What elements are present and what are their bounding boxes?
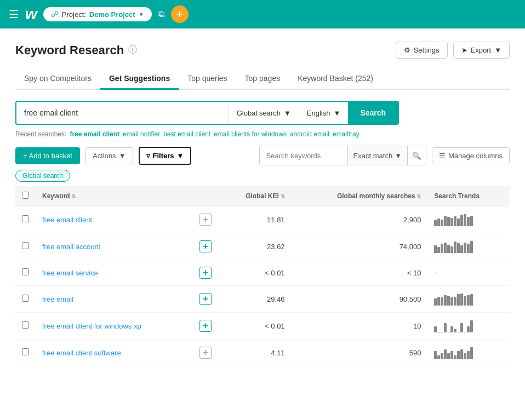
project-button[interactable]: ☍ Project: Demo Project ▼ [43, 7, 152, 21]
export-button[interactable]: ➤ Export ▼ [453, 42, 510, 59]
trend-bar [467, 244, 470, 253]
trend-bar [434, 298, 437, 306]
add-keyword-button-1[interactable]: + [199, 240, 212, 252]
add-to-basket-button[interactable]: + Add to basket [15, 147, 80, 164]
search-input[interactable] [16, 103, 229, 123]
recent-search-2[interactable]: best email client [163, 130, 210, 138]
kei-column-header[interactable]: Global KEI [218, 186, 292, 206]
recent-search-1[interactable]: email notifier [123, 130, 160, 138]
monthly-searches-cell: 2,900 [292, 206, 428, 233]
monthly-column-header[interactable]: Global monthly searches [292, 186, 428, 206]
actions-button[interactable]: Actions ▼ [85, 147, 133, 164]
row-checkbox-cell [15, 313, 36, 340]
trends-cell [427, 206, 510, 233]
trend-bar [460, 294, 463, 306]
trends-cell [427, 313, 510, 340]
row-checkbox-3[interactable] [22, 295, 29, 302]
tab-spy[interactable]: Spy on Competitors [15, 68, 100, 90]
row-checkbox-5[interactable] [22, 348, 29, 355]
row-checkbox-0[interactable] [22, 215, 29, 222]
export-chevron-icon: ▼ [494, 46, 501, 54]
filters-button[interactable]: ▿ Filters ▼ [139, 147, 192, 165]
row-checkbox-1[interactable] [22, 242, 29, 249]
trend-bar [457, 294, 460, 306]
keyword-cell[interactable]: free email [36, 286, 193, 313]
keyword-cell[interactable]: free email service [36, 260, 193, 286]
global-search-tag[interactable]: Global search [15, 170, 70, 182]
trend-bar [437, 355, 440, 359]
search-source-dropdown[interactable]: Global search ▼ [229, 102, 299, 124]
trend-bar [464, 332, 466, 332]
search-language-dropdown[interactable]: English ▼ [299, 102, 349, 124]
tab-suggestions[interactable]: Get Suggestions [100, 68, 179, 90]
topnav: ☰ w ☍ Project: Demo Project ▼ ⧉ + [0, 0, 525, 28]
add-keyword-button-3[interactable]: + [199, 293, 212, 305]
columns-icon: ☰ [439, 152, 446, 160]
tab-basket[interactable]: Keyword Basket (252) [289, 68, 382, 90]
keyword-cell[interactable]: free email account [36, 233, 193, 260]
keyword-search-icon-button[interactable]: 🔍 [407, 146, 426, 165]
keyword-column-header[interactable]: Keyword [36, 186, 193, 206]
keyword-search-input[interactable] [260, 148, 347, 164]
trend-bar [457, 332, 460, 332]
tab-queries[interactable]: Top queries [179, 68, 236, 90]
add-cell: + [193, 260, 218, 286]
table-row: free email service+< 0.01< 10- [15, 260, 510, 286]
trend-bar [460, 215, 463, 226]
row-checkbox-4[interactable] [22, 321, 29, 329]
filter-icon: ▿ [146, 152, 150, 160]
monthly-searches-cell: 90,500 [292, 286, 428, 313]
trend-bar [460, 323, 463, 332]
row-checkbox-cell [15, 340, 36, 366]
keyword-cell[interactable]: free email client for windows xp [36, 313, 193, 340]
trend-bar [457, 243, 460, 253]
recent-search-4[interactable]: android email [290, 130, 329, 138]
recent-search-3[interactable]: email clients for windows [214, 130, 287, 138]
keyword-cell[interactable]: free email client software [36, 340, 193, 366]
trend-bar [450, 351, 453, 359]
add-cell: + [193, 313, 218, 340]
trends-cell [427, 286, 510, 313]
trend-bar [441, 220, 443, 226]
keyword-cell[interactable]: free email client [36, 206, 193, 233]
trend-bar [467, 217, 470, 226]
match-chevron-icon: ▼ [395, 152, 402, 160]
add-keyword-button-5[interactable]: + [199, 347, 212, 359]
add-keyword-button-4[interactable]: + [199, 320, 212, 332]
row-checkbox-cell [15, 206, 36, 233]
trend-bar [441, 332, 443, 332]
recent-search-0[interactable]: free email client [70, 130, 119, 138]
trend-bar [450, 297, 453, 306]
project-label: Project: [62, 10, 86, 19]
toolbar: + Add to basket Actions ▼ ▿ Filters ▼ Ex… [15, 146, 510, 165]
settings-icon: ⚙ [404, 46, 410, 54]
trends-cell [427, 233, 510, 260]
trend-bar [454, 355, 456, 359]
add-project-button[interactable]: + [171, 5, 189, 23]
monthly-searches-cell: 74,000 [292, 233, 428, 260]
add-keyword-button-0[interactable]: + [199, 214, 212, 226]
settings-button[interactable]: ⚙ Settings [396, 42, 448, 59]
trend-bar [434, 220, 437, 226]
trend-bars [434, 292, 503, 306]
select-all-checkbox[interactable] [22, 192, 29, 199]
external-link-icon[interactable]: ⧉ [158, 9, 164, 19]
select-all-header[interactable] [15, 186, 36, 206]
manage-columns-button[interactable]: ☰ Manage columns [432, 147, 510, 164]
add-keyword-button-2[interactable]: + [199, 267, 212, 279]
tab-pages[interactable]: Top pages [236, 68, 289, 90]
menu-icon[interactable]: ☰ [9, 8, 19, 21]
help-icon[interactable]: ⓘ [128, 44, 137, 56]
row-checkbox-cell [15, 286, 36, 313]
row-checkbox-2[interactable] [22, 268, 29, 275]
trend-bar [467, 295, 470, 306]
trend-bar [444, 349, 447, 359]
trend-bar [450, 246, 453, 253]
trend-bar [447, 217, 450, 226]
monthly-searches-cell: 10 [292, 313, 428, 340]
match-dropdown[interactable]: Exact match ▼ [347, 146, 407, 165]
trend-bar [470, 241, 473, 253]
recent-search-5[interactable]: emailtray [333, 130, 359, 138]
table-header-row: Keyword Global KEI Global monthly search… [15, 186, 510, 206]
search-button[interactable]: Search [348, 102, 398, 124]
